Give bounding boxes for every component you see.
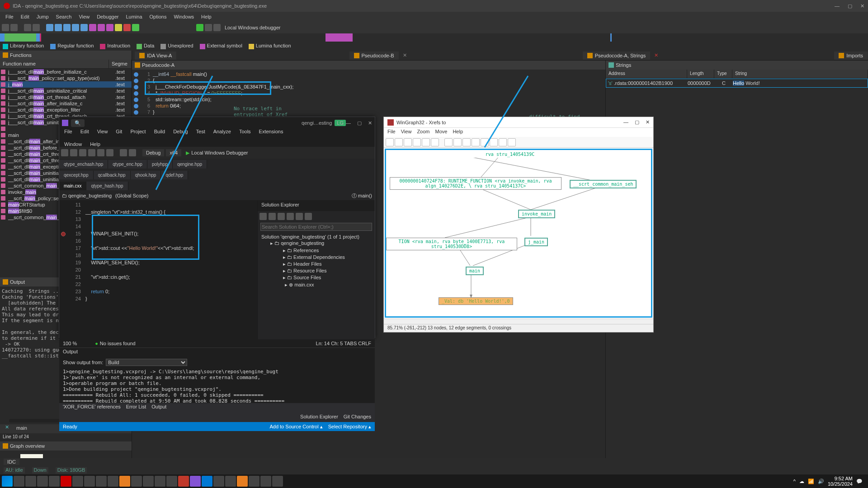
vs-editor[interactable]: 1112__singleton "vt">std::int32_t main()… <box>59 200 257 339</box>
wg-min[interactable]: — <box>623 119 628 125</box>
tab-close-icon[interactable]: ✕ <box>651 52 662 58</box>
vs-tab[interactable]: qexcept.hpp <box>59 171 94 179</box>
idc-label[interactable]: IDC <box>4 459 19 465</box>
vs-tab[interactable]: qdef.hpp <box>161 171 188 179</box>
vs-close[interactable]: ✕ <box>368 120 372 126</box>
task-app-icon[interactable] <box>119 476 130 487</box>
menu-options[interactable]: Options <box>146 14 170 19</box>
wg-btn[interactable] <box>453 138 462 146</box>
vs-bottom-tab[interactable]: 'XOR_FORCE' references <box>63 404 121 412</box>
task-app-icon[interactable] <box>84 476 95 487</box>
tab-solution-explorer[interactable]: Solution Explorer <box>300 414 338 421</box>
stop-icon[interactable] <box>213 24 221 31</box>
toolbar-save-icon[interactable] <box>10 24 18 31</box>
task-app-icon[interactable] <box>155 476 165 487</box>
vs-menu-build[interactable]: Build <box>152 129 167 134</box>
taskbar-date[interactable]: 10/25/2024 <box>828 481 853 487</box>
function-row[interactable]: j___scrt_dllmain_crt_thread_attach.text <box>0 94 132 100</box>
wg-menu-move[interactable]: Move <box>435 129 448 134</box>
task-app-icon[interactable] <box>225 476 236 487</box>
vs-tab[interactable]: qengine.hpp <box>173 160 207 169</box>
sln-collapse-icon[interactable] <box>287 213 294 220</box>
toolbar-btn[interactable] <box>132 24 139 31</box>
strings-row[interactable]: 's' .rdata:00000001402B1900 0000000D C H… <box>606 79 868 88</box>
tab-imports[interactable]: Imports <box>834 52 868 60</box>
wg-zoom-fit-icon[interactable] <box>386 138 394 146</box>
menu-file[interactable]: File <box>2 14 17 19</box>
wg-btn[interactable] <box>481 138 489 146</box>
task-app-icon[interactable] <box>249 476 259 487</box>
wg-menu-file[interactable]: File <box>387 129 396 134</box>
col-length[interactable]: Length <box>687 70 714 78</box>
task-app-icon[interactable] <box>178 476 189 487</box>
graph-node[interactable]: j_main <box>524 238 548 246</box>
wg-btn[interactable] <box>499 138 507 146</box>
wg-scrollbar-h[interactable] <box>384 319 653 324</box>
graph-node[interactable]: main <box>466 267 484 275</box>
vs-menu-git[interactable]: Git <box>113 129 124 134</box>
toolbar-btn[interactable] <box>98 24 105 31</box>
toolbar-btn[interactable] <box>63 24 71 31</box>
sln-folder[interactable]: ▸ 🗀 External Dependencies <box>265 254 373 261</box>
vs-menu-tools[interactable]: Tools <box>237 129 253 134</box>
vs-menu-debug[interactable]: Debug <box>171 129 190 134</box>
vs-tab[interactable]: main.cxx <box>59 182 86 190</box>
col-string[interactable]: String <box>732 70 868 78</box>
minimize-button[interactable]: — <box>835 3 840 9</box>
vs-menu-extensions[interactable]: Extensions <box>257 129 286 134</box>
pause-icon[interactable] <box>205 24 212 31</box>
menu-view[interactable]: View <box>75 14 93 19</box>
wg-btn[interactable] <box>444 138 453 146</box>
graph-node[interactable]: 0000000140724F78: RUNTIME_FUNCTION <rva … <box>390 177 561 190</box>
col-address[interactable]: Address <box>606 70 687 78</box>
wg-btn[interactable] <box>422 138 430 146</box>
menu-edit[interactable]: Edit <box>17 14 33 19</box>
toolbar-btn[interactable] <box>55 24 62 31</box>
menu-windows[interactable]: Windows <box>170 14 198 19</box>
task-app-icon[interactable] <box>213 476 224 487</box>
vs-bottom-tab[interactable]: Output <box>151 404 166 412</box>
maximize-button[interactable]: ▢ <box>848 3 852 9</box>
task-app-icon[interactable] <box>202 476 212 487</box>
vs-scope-global[interactable]: (Global Scope) <box>115 193 148 198</box>
menu-jump[interactable]: Jump <box>33 14 52 19</box>
tab-ida-view-a[interactable]: IDA View-A <box>135 52 176 60</box>
output-log[interactable]: 1>qengine_bugtesting.vcxproj -> C:\Users… <box>59 368 375 403</box>
vs-config[interactable]: Debug <box>142 149 164 156</box>
sln-folder[interactable]: ▸ 🗀 References <box>265 247 373 254</box>
vs-search[interactable]: 🔍 <box>71 119 85 127</box>
wg-btn[interactable] <box>508 138 516 146</box>
tab-pseudocode-a-strings[interactable]: Pseudocode-A, Strings <box>583 52 651 60</box>
col-segment[interactable]: Segme <box>109 60 132 68</box>
function-row[interactable]: j___scrt_dllmain_uninitialize_critical.t… <box>0 88 132 94</box>
vs-menu-project[interactable]: Project <box>128 129 148 134</box>
toolbar-btn[interactable] <box>89 24 96 31</box>
sln-showall-icon[interactable] <box>296 213 303 220</box>
wg-close[interactable]: ✕ <box>646 119 650 125</box>
vs-undo-icon[interactable] <box>120 149 127 156</box>
vs-max[interactable]: ▢ <box>357 120 362 126</box>
vs-menu-window[interactable]: Window <box>62 141 84 147</box>
graph-node[interactable]: TION <rva main, rva byte_1400E7713, rva … <box>386 238 517 250</box>
vs-add-source-control[interactable]: Add to Source Control ▴ <box>269 424 322 430</box>
wg-btn[interactable] <box>431 138 439 146</box>
sln-sync-icon[interactable] <box>269 213 276 220</box>
task-app-icon[interactable] <box>272 476 283 487</box>
col-type[interactable]: Type <box>714 70 732 78</box>
tray-notifications-icon[interactable]: 💬 <box>856 479 863 484</box>
vs-save-icon[interactable] <box>97 149 104 156</box>
vs-run-icon[interactable]: ▶ <box>186 150 189 156</box>
task-app-icon[interactable] <box>131 476 142 487</box>
wg-zoom-out-icon[interactable] <box>404 138 412 146</box>
debugger-select[interactable]: Local Windows debugger <box>225 25 281 30</box>
vs-debugger[interactable]: Local Windows Debugger <box>191 150 248 155</box>
wg-zoom-in-icon[interactable] <box>395 138 403 146</box>
vs-scope-ns[interactable]: 🗀 qengine_bugtesting <box>62 193 112 198</box>
vs-redo-icon[interactable] <box>129 149 136 156</box>
vs-select-repo[interactable]: Select Repository ▴ <box>328 424 371 430</box>
wg-menu-help[interactable]: Help <box>453 129 463 134</box>
ida-navbar[interactable] <box>0 33 868 42</box>
toolbar-btn[interactable] <box>115 24 122 31</box>
graph-node[interactable]: invoke_main <box>518 210 555 218</box>
wg-canvas[interactable]: rva stru_14054139C 0000000140724F78: RUN… <box>385 149 652 318</box>
